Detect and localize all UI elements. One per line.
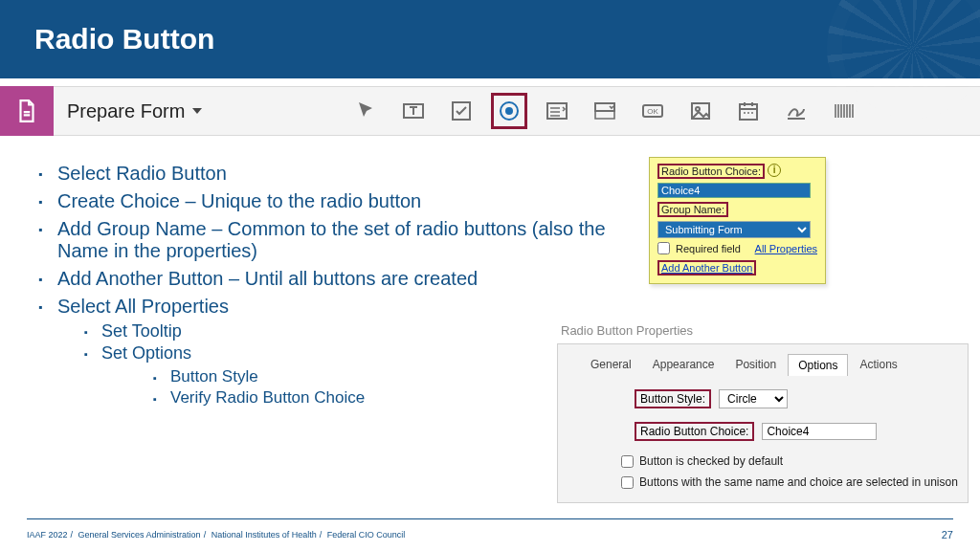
list-box-icon xyxy=(546,99,568,122)
bullet-sub-item: Set Tooltip xyxy=(57,321,630,342)
svg-point-12 xyxy=(747,112,749,114)
text-field-tool[interactable] xyxy=(395,93,432,129)
date-field-tool[interactable] xyxy=(730,93,767,129)
document-icon xyxy=(14,99,39,123)
svg-point-9 xyxy=(696,107,700,111)
checked-default-checkbox[interactable] xyxy=(621,455,634,468)
bullet-sub-sub-item: Verify Radio Button Choice xyxy=(101,388,630,408)
tab-position[interactable]: Position xyxy=(725,354,786,376)
image-icon xyxy=(689,99,712,122)
unison-label: Buttons with the same name and choice ar… xyxy=(639,475,958,489)
instruction-bullets: Select Radio Button Create Choice – Uniq… xyxy=(36,163,630,413)
add-another-button-link[interactable]: Add Another Button xyxy=(657,260,756,276)
toolbar: Prepare Form OK xyxy=(0,86,980,136)
unison-checkbox[interactable] xyxy=(621,476,634,489)
popup-choice-input[interactable] xyxy=(657,183,811,198)
text-field-icon xyxy=(402,99,425,122)
info-icon[interactable]: i xyxy=(768,164,781,177)
popup-group-select[interactable]: Submitting Form xyxy=(657,221,811,238)
svg-point-11 xyxy=(744,112,746,114)
prepare-form-dropdown[interactable]: Prepare Form xyxy=(54,100,223,122)
ok-button-tool[interactable]: OK xyxy=(635,93,671,129)
calendar-icon xyxy=(737,99,760,122)
radio-choice-label: Radio Button Choice: xyxy=(635,422,754,441)
popup-group-label: Group Name: xyxy=(657,202,728,217)
checkbox-icon xyxy=(450,99,473,122)
title-bar: Radio Button xyxy=(0,0,980,78)
bullet-item: Create Choice – Unique to the radio butt… xyxy=(36,190,630,212)
tab-general[interactable]: General xyxy=(581,354,641,376)
radio-icon xyxy=(498,99,521,122)
ok-button-icon: OK xyxy=(641,99,664,122)
file-button[interactable] xyxy=(0,86,54,136)
radio-button-tool[interactable] xyxy=(491,93,527,129)
dropdown-caret-icon xyxy=(192,108,202,114)
svg-text:OK: OK xyxy=(648,107,659,116)
footer-text: IAAF 2022/ General Services Administrati… xyxy=(27,530,405,540)
signature-icon xyxy=(785,99,808,122)
required-field-checkbox[interactable] xyxy=(657,242,670,254)
dropdown-field-icon xyxy=(593,99,616,122)
tab-options[interactable]: Options xyxy=(788,354,848,376)
all-properties-link[interactable]: All Properties xyxy=(755,243,817,254)
image-field-tool[interactable] xyxy=(682,93,719,129)
radio-choice-input[interactable] xyxy=(762,423,877,440)
checked-default-label: Button is checked by default xyxy=(639,454,783,468)
checkbox-tool[interactable] xyxy=(443,93,479,129)
bullet-item: Select Radio Button xyxy=(36,163,630,185)
properties-dialog-title: Radio Button Properties xyxy=(557,320,969,343)
bullet-sub-item: Set Options Button Style Verify Radio Bu… xyxy=(57,343,630,408)
page-title: Radio Button xyxy=(34,23,214,55)
button-style-label: Button Style: xyxy=(635,389,711,408)
tab-actions[interactable]: Actions xyxy=(850,354,906,376)
popup-choice-label: Radio Button Choice: xyxy=(657,164,765,179)
svg-point-13 xyxy=(751,112,753,114)
radio-button-popup: Radio Button Choice: i Group Name: Submi… xyxy=(649,157,826,284)
list-box-tool[interactable] xyxy=(539,93,575,129)
signature-field-tool[interactable] xyxy=(778,93,814,129)
main-content: Select Radio Button Create Choice – Uniq… xyxy=(0,136,980,515)
bullet-item: Select All Properties Set Tooltip Set Op… xyxy=(36,296,630,408)
button-style-select[interactable]: Circle xyxy=(719,389,788,408)
cursor-icon xyxy=(354,99,377,122)
properties-tabs: General Appearance Position Options Acti… xyxy=(581,354,958,376)
bullet-item: Add Group Name – Common to the set of ra… xyxy=(36,218,630,262)
dropdown-tool[interactable] xyxy=(587,93,623,129)
prepare-form-label: Prepare Form xyxy=(67,100,185,122)
tab-appearance[interactable]: Appearance xyxy=(643,354,724,376)
bullet-sub-sub-item: Button Style xyxy=(101,367,630,386)
bullet-item: Add Another Button – Until all buttons a… xyxy=(36,268,630,290)
slide-footer: IAAF 2022/ General Services Administrati… xyxy=(0,518,980,551)
radio-button-properties-dialog: Radio Button Properties General Appearan… xyxy=(557,320,969,503)
form-tools-group: OK xyxy=(347,93,862,129)
select-tool[interactable] xyxy=(347,93,384,129)
required-field-label: Required field xyxy=(676,243,741,254)
svg-point-3 xyxy=(505,107,513,115)
page-number: 27 xyxy=(942,529,953,540)
